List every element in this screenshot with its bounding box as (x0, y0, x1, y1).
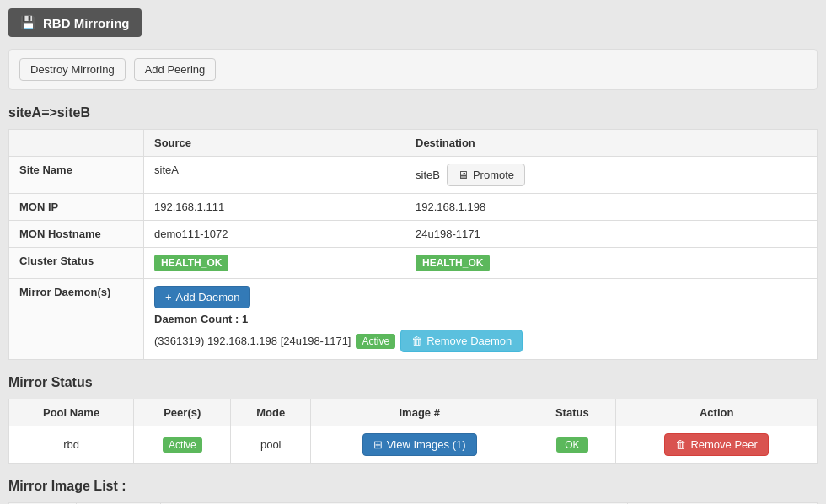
daemon-active-badge: Active (356, 334, 395, 349)
trash-icon: 🗑 (411, 335, 422, 347)
promote-icon: 🖥 (458, 169, 469, 181)
ms-image-value: ⊞ View Images (1) (311, 426, 528, 464)
promote-label: Promote (473, 169, 514, 181)
plus-icon: + (165, 291, 172, 303)
page-header: 💾 RBD Mirroring (8, 8, 142, 37)
cluster-status-source: HEALTH_OK (144, 248, 405, 279)
table-icon: ⊞ (373, 438, 383, 451)
add-daemon-label: Add Daemon (176, 291, 240, 303)
daemon-detail-text: (3361319) 192.168.1.198 [24u198-1171] (154, 335, 351, 347)
page-title: RBD Mirroring (43, 16, 130, 30)
info-empty-header (9, 130, 144, 157)
remove-peer-button[interactable]: 🗑 Remove Peer (664, 433, 768, 456)
remove-daemon-button[interactable]: 🗑 Remove Daemon (400, 330, 523, 352)
destroy-mirroring-button[interactable]: Destroy Mirroring (19, 58, 126, 81)
mirror-daemons-label: Mirror Daemon(s) (9, 279, 144, 360)
site-name-destination: siteB 🖥 Promote (405, 157, 818, 194)
source-health-badge: HEALTH_OK (154, 255, 228, 271)
mon-hostname-label: MON Hostname (9, 221, 144, 248)
mon-hostname-destination: 24u198-1171 (405, 221, 818, 248)
mon-ip-source: 192.168.1.111 (144, 194, 405, 221)
dest-health-badge: HEALTH_OK (416, 255, 490, 271)
mirror-status-table: Pool Name Peer(s) Mode Image # Status Ac… (8, 399, 818, 464)
daemon-count-line: Daemon Count : 1 (154, 313, 807, 325)
view-images-button[interactable]: ⊞ View Images (1) (362, 433, 477, 456)
mon-ip-destination: 192.168.1.198 (405, 194, 818, 221)
rbd-icon: 💾 (20, 15, 36, 30)
ms-image-header: Image # (311, 399, 528, 426)
table-row: Mirror Daemon(s) + Add Daemon Daemon Cou… (9, 279, 818, 360)
destination-header: Destination (405, 130, 818, 157)
daemon-count-value: 1 (242, 313, 248, 325)
mirror-image-list-title: Mirror Image List : (8, 479, 818, 494)
table-row: Cluster Status HEALTH_OK HEALTH_OK (9, 248, 818, 279)
ms-mode-header: Mode (231, 399, 311, 426)
mon-ip-label: MON IP (9, 194, 144, 221)
ms-peers-header: Peer(s) (134, 399, 231, 426)
source-header: Source (144, 130, 405, 157)
view-images-label: View Images (1) (387, 438, 466, 451)
table-row: MON IP 192.168.1.111 192.168.1.198 (9, 194, 818, 221)
toolbar: Destroy Mirroring Add Peering (8, 49, 818, 90)
site-name-dest-value: siteB (416, 169, 440, 181)
remove-peer-label: Remove Peer (690, 438, 757, 451)
ms-status-header: Status (528, 399, 616, 426)
ms-peers-value: Active (134, 426, 231, 464)
add-daemon-button[interactable]: + Add Daemon (154, 286, 250, 308)
info-table: Source Destination Site Name siteA siteB… (8, 129, 818, 360)
table-row: Site Name siteA siteB 🖥 Promote (9, 157, 818, 194)
cluster-status-destination: HEALTH_OK (405, 248, 818, 279)
section-title: siteA=>siteB (8, 105, 818, 121)
mirror-status-title: Mirror Status (8, 375, 818, 390)
ms-action-header: Action (616, 399, 818, 426)
daemon-info: + Add Daemon Daemon Count : 1 (3361319) … (154, 286, 807, 352)
mirror-daemons-cell: + Add Daemon Daemon Count : 1 (3361319) … (144, 279, 818, 360)
table-row: rbd Active pool ⊞ View Images (1) OK 🗑 R… (9, 426, 818, 464)
cluster-status-label: Cluster Status (9, 248, 144, 279)
trash-icon: 🗑 (675, 438, 686, 451)
mon-hostname-source: demo111-1072 (144, 221, 405, 248)
status-ok-badge: OK (556, 437, 587, 453)
site-name-label: Site Name (9, 157, 144, 194)
ms-action-value: 🗑 Remove Peer (616, 426, 818, 464)
daemon-detail-line: (3361319) 192.168.1.198 [24u198-1171] Ac… (154, 330, 807, 352)
add-peering-button[interactable]: Add Peering (134, 58, 217, 81)
site-name-source: siteA (144, 157, 405, 194)
peers-active-badge: Active (163, 437, 202, 453)
daemon-count-label: Daemon Count : (154, 313, 239, 325)
remove-daemon-label: Remove Daemon (426, 335, 512, 347)
ms-pool-header: Pool Name (9, 399, 134, 426)
ms-status-value: OK (528, 426, 616, 464)
promote-button[interactable]: 🖥 Promote (447, 164, 525, 186)
ms-mode-value: pool (231, 426, 311, 464)
ms-pool-value: rbd (9, 426, 134, 464)
table-row: MON Hostname demo111-1072 24u198-1171 (9, 221, 818, 248)
